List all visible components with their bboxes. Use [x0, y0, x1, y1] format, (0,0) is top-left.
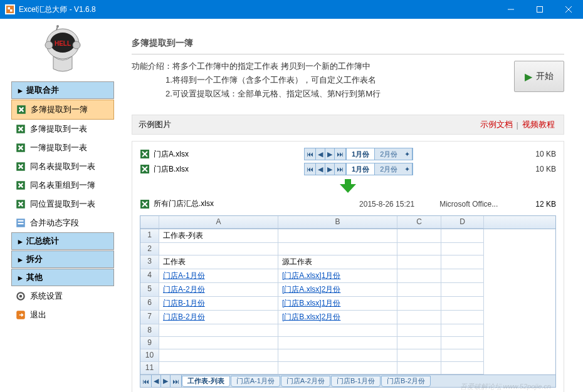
- grid-cell[interactable]: [397, 269, 441, 283]
- row-header[interactable]: 8: [140, 324, 159, 337]
- row-header[interactable]: 10: [140, 349, 159, 362]
- row-header[interactable]: 5: [140, 283, 159, 297]
- grid-cell[interactable]: [278, 337, 397, 349]
- sheet-tab[interactable]: 2月份: [375, 148, 402, 160]
- grid-cell[interactable]: [397, 311, 441, 324]
- grid-cell[interactable]: [441, 229, 484, 243]
- grid-cell[interactable]: [159, 243, 278, 255]
- sidebar-item-merge-dynamic[interactable]: 合并动态字段: [11, 214, 114, 232]
- grid-cell[interactable]: [397, 297, 441, 311]
- tab-nav-next[interactable]: ▶: [325, 148, 335, 160]
- sidebar-group-other[interactable]: ▸ 其他: [11, 269, 114, 286]
- grid-tab[interactable]: 工作表-列表: [182, 376, 230, 387]
- grid-cell[interactable]: [397, 255, 441, 269]
- grid-cell[interactable]: [门店B.xlsx]2月份: [278, 311, 397, 324]
- row-header[interactable]: 9: [140, 337, 159, 349]
- tab-nav-last[interactable]: ⏭: [171, 375, 182, 387]
- sidebar-group-split[interactable]: ▸ 拆分: [11, 250, 114, 268]
- sidebar-item-samename-to-sheet[interactable]: 同名表提取到一表: [11, 157, 114, 176]
- grid-corner[interactable]: [140, 216, 159, 229]
- example-video-link[interactable]: 视频教程: [522, 119, 555, 130]
- col-header[interactable]: B: [278, 216, 397, 229]
- grid-cell[interactable]: [397, 362, 441, 374]
- row-header[interactable]: 1: [140, 229, 159, 243]
- grid-cell[interactable]: [441, 243, 484, 255]
- grid-cell[interactable]: [441, 324, 484, 337]
- grid-tab[interactable]: 门店A-2月份: [281, 376, 330, 387]
- grid-cell[interactable]: [159, 337, 278, 349]
- tab-nav-next[interactable]: ▶: [325, 163, 335, 175]
- grid-cell[interactable]: [278, 349, 397, 362]
- example-doc-link[interactable]: 示例文档: [480, 119, 513, 130]
- grid-tab[interactable]: 门店B-2月份: [381, 376, 431, 387]
- grid-cell[interactable]: [397, 283, 441, 297]
- row-header[interactable]: 7: [140, 311, 159, 324]
- sidebar-group-summary[interactable]: ▸ 汇总统计: [11, 232, 114, 250]
- grid-cell[interactable]: 门店B-2月份: [159, 311, 278, 324]
- grid-cell[interactable]: [门店A.xlsx]1月份: [278, 269, 397, 283]
- grid-cell[interactable]: [441, 255, 484, 269]
- grid-cell[interactable]: [159, 362, 278, 374]
- tab-nav-prev[interactable]: ◀: [152, 375, 161, 387]
- sheet-tab[interactable]: 1月份: [346, 163, 375, 175]
- sheet-tab[interactable]: 2月份: [375, 163, 402, 175]
- tab-nav-first[interactable]: ⏮: [305, 148, 316, 160]
- grid-cell[interactable]: 工作表-列表: [159, 229, 278, 243]
- grid-cell[interactable]: [397, 324, 441, 337]
- tab-nav-last[interactable]: ⏭: [335, 148, 346, 160]
- row-header[interactable]: 4: [140, 269, 159, 283]
- grid-cell[interactable]: [441, 283, 484, 297]
- grid-cell[interactable]: [门店A.xlsx]2月份: [278, 283, 397, 297]
- grid-cell[interactable]: 门店B-1月份: [159, 297, 278, 311]
- grid-tab[interactable]: 门店B-1月份: [331, 376, 381, 387]
- col-header[interactable]: D: [441, 216, 484, 229]
- grid-cell[interactable]: [278, 243, 397, 255]
- start-button[interactable]: ▶ 开始: [514, 61, 564, 92]
- close-button[interactable]: [554, 0, 583, 19]
- minimize-button[interactable]: [496, 0, 525, 19]
- tab-nav-first[interactable]: ⏮: [140, 375, 152, 387]
- grid-cell[interactable]: [门店B.xlsx]1月份: [278, 297, 397, 311]
- grid-cell[interactable]: [397, 243, 441, 255]
- row-header[interactable]: 2: [140, 243, 159, 255]
- grid-cell[interactable]: [441, 362, 484, 374]
- col-header[interactable]: A: [159, 216, 278, 229]
- grid-cell[interactable]: [278, 229, 397, 243]
- grid-cell[interactable]: [397, 229, 441, 243]
- maximize-button[interactable]: [525, 0, 554, 19]
- sidebar-item-samename-reorg[interactable]: 同名表重组到一簿: [11, 176, 114, 195]
- sidebar-group-extract[interactable]: ▸ 提取合并: [11, 81, 114, 99]
- insert-sheet-icon[interactable]: ✦: [402, 148, 412, 160]
- row-header[interactable]: 3: [140, 255, 159, 269]
- sidebar-item-multi-to-one-book[interactable]: 多簿提取到一簿: [11, 100, 114, 120]
- grid-cell[interactable]: [441, 337, 484, 349]
- sidebar-item-one-to-one-sheet[interactable]: 一簿提取到一表: [11, 138, 114, 157]
- tab-nav-prev[interactable]: ◀: [316, 148, 325, 160]
- grid-cell[interactable]: [441, 349, 484, 362]
- tab-nav-next[interactable]: ▶: [161, 375, 171, 387]
- grid-cell[interactable]: 门店A-2月份: [159, 283, 278, 297]
- insert-sheet-icon[interactable]: ✦: [402, 163, 412, 175]
- grid-cell[interactable]: [441, 269, 484, 283]
- sheet-tab[interactable]: 1月份: [346, 148, 375, 160]
- sidebar-item-settings[interactable]: 系统设置: [11, 287, 114, 306]
- grid-cell[interactable]: 源工作表: [278, 255, 397, 269]
- grid-cell[interactable]: [278, 324, 397, 337]
- sidebar-item-same-position[interactable]: 同位置提取到一表: [11, 195, 114, 214]
- grid-cell[interactable]: [159, 324, 278, 337]
- tab-nav-first[interactable]: ⏮: [305, 163, 316, 175]
- sidebar-item-exit[interactable]: 退出: [11, 306, 114, 324]
- col-header[interactable]: C: [397, 216, 441, 229]
- grid-cell[interactable]: 门店A-1月份: [159, 269, 278, 283]
- sidebar-item-multi-to-one-sheet[interactable]: 多簿提取到一表: [11, 120, 114, 138]
- grid-tab[interactable]: 门店A-1月份: [231, 376, 280, 387]
- grid-cell[interactable]: [441, 297, 484, 311]
- grid-cell[interactable]: [278, 362, 397, 374]
- grid-cell[interactable]: 工作表: [159, 255, 278, 269]
- grid-cell[interactable]: [159, 349, 278, 362]
- tab-nav-last[interactable]: ⏭: [335, 163, 346, 175]
- row-header[interactable]: 6: [140, 297, 159, 311]
- tab-nav-prev[interactable]: ◀: [316, 163, 325, 175]
- row-header[interactable]: 11: [140, 362, 159, 374]
- grid-cell[interactable]: [397, 337, 441, 349]
